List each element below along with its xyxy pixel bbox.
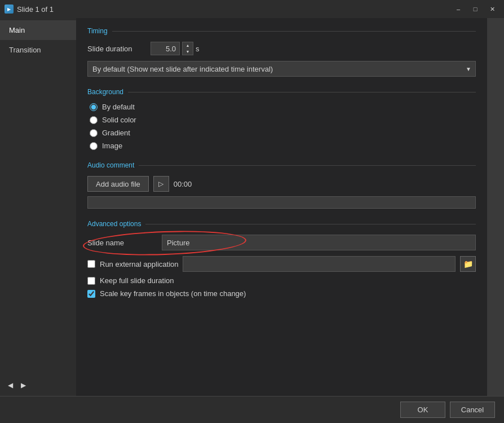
close-button[interactable]: ✕: [485, 3, 499, 15]
radio-solid-color-input[interactable]: [90, 116, 98, 124]
spin-down-button[interactable]: ▼: [183, 49, 193, 55]
run-external-label[interactable]: Run external application: [100, 260, 178, 268]
sidebar-item-main-label: Main: [9, 26, 25, 34]
radio-image[interactable]: Image: [90, 142, 476, 150]
slide-name-input[interactable]: [162, 235, 476, 250]
window-title: Slide 1 of 1: [17, 5, 54, 14]
timing-header: Timing: [87, 27, 476, 35]
slide-name-label: Slide name: [87, 239, 155, 247]
spin-input-wrapper: ▲ ▼ s: [151, 42, 200, 55]
audio-row: Add audio file ▷ 00:00: [87, 176, 476, 192]
radio-gradient-label: Gradient: [102, 129, 130, 137]
timing-section: Timing Slide duration ▲ ▼ s By default (…: [87, 27, 476, 77]
sidebar-item-main[interactable]: Main: [0, 20, 76, 40]
scale-keyframes-row: Scale key frames in objects (on time cha…: [87, 289, 476, 298]
radio-gradient[interactable]: Gradient: [90, 129, 476, 137]
radio-by-default[interactable]: By default: [90, 103, 476, 111]
audio-progress-bar: [87, 196, 476, 209]
background-header: Background: [87, 88, 476, 96]
scale-keyframes-checkbox[interactable]: [87, 290, 95, 298]
minimize-button[interactable]: –: [451, 3, 466, 15]
keep-duration-row: Keep full slide duration: [87, 276, 476, 285]
maximize-button[interactable]: □: [468, 3, 483, 15]
add-audio-button[interactable]: Add audio file: [87, 176, 149, 192]
radio-gradient-input[interactable]: [90, 129, 98, 137]
timing-dropdown[interactable]: By default (Show next slide after indica…: [87, 61, 476, 77]
duration-unit: s: [196, 45, 200, 53]
run-external-input[interactable]: [183, 256, 456, 272]
slide-name-row: Slide name: [87, 235, 476, 250]
nav-next-button[interactable]: ▶: [17, 379, 29, 391]
audio-section: Audio comment Add audio file ▷ 00:00: [87, 161, 476, 209]
right-panel: Timing Slide duration ▲ ▼ s By default (…: [76, 18, 487, 396]
background-radio-group: By default Solid color Gradient Image: [87, 103, 476, 150]
title-bar: Slide 1 of 1 – □ ✕: [0, 0, 504, 18]
timing-duration-row: Slide duration ▲ ▼ s: [87, 42, 476, 55]
browse-button[interactable]: 📁: [460, 256, 476, 272]
play-audio-button[interactable]: ▷: [153, 176, 169, 192]
main-content: Main Transition ◀ ▶ Timing Slide duratio…: [0, 18, 504, 396]
radio-solid-color[interactable]: Solid color: [90, 116, 476, 124]
radio-by-default-label: By default: [102, 103, 135, 111]
sidebar-item-transition[interactable]: Transition: [0, 40, 76, 60]
duration-label: Slide duration: [87, 45, 144, 53]
run-external-checkbox[interactable]: [87, 260, 95, 268]
bottom-bar: OK Cancel: [0, 396, 504, 423]
play-icon: ▷: [158, 180, 163, 188]
keep-duration-label[interactable]: Keep full slide duration: [100, 276, 174, 285]
sidebar-item-transition-label: Transition: [9, 46, 41, 54]
nav-prev-button[interactable]: ◀: [5, 379, 16, 391]
title-bar-controls: – □ ✕: [451, 3, 499, 15]
radio-solid-color-label: Solid color: [102, 116, 136, 124]
radio-image-input[interactable]: [90, 142, 98, 150]
audio-header: Audio comment: [87, 161, 476, 169]
timing-dropdown-wrapper: By default (Show next slide after indica…: [87, 61, 476, 77]
sidebar: Main Transition ◀ ▶: [0, 18, 76, 396]
advanced-section: Advanced options Slide name Run external…: [87, 220, 476, 298]
run-external-row: Run external application 📁: [87, 256, 476, 272]
app-icon: [5, 5, 14, 14]
thumbnail-strip: [487, 18, 504, 396]
ok-button[interactable]: OK: [400, 402, 445, 418]
advanced-header: Advanced options: [87, 220, 476, 228]
folder-icon: 📁: [463, 259, 473, 268]
sidebar-nav: ◀ ▶: [0, 374, 76, 396]
spin-up-button[interactable]: ▲: [183, 42, 193, 49]
audio-header-label: Audio comment: [87, 161, 134, 169]
spin-buttons: ▲ ▼: [182, 42, 193, 55]
duration-input[interactable]: [151, 42, 180, 55]
radio-image-label: Image: [102, 142, 122, 150]
title-bar-left: Slide 1 of 1: [5, 5, 54, 14]
radio-by-default-input[interactable]: [90, 103, 98, 111]
cancel-button[interactable]: Cancel: [450, 402, 495, 418]
timing-header-label: Timing: [87, 27, 108, 35]
sidebar-content: Main Transition: [0, 20, 76, 374]
background-section: Background By default Solid color Gradie…: [87, 88, 476, 150]
keep-duration-checkbox[interactable]: [87, 277, 95, 285]
audio-time-display: 00:00: [174, 180, 192, 188]
advanced-header-label: Advanced options: [87, 220, 141, 228]
background-header-label: Background: [87, 88, 123, 96]
scale-keyframes-label[interactable]: Scale key frames in objects (on time cha…: [100, 289, 246, 298]
